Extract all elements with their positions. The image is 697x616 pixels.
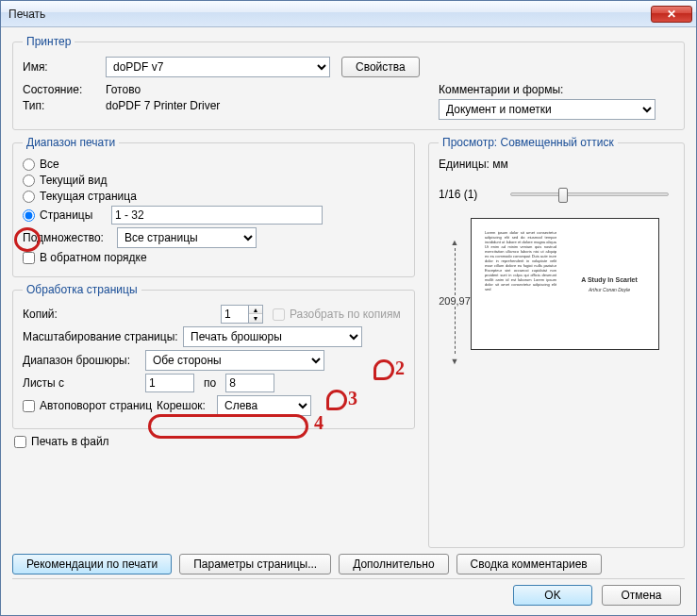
- range-all-label: Все: [40, 158, 59, 171]
- dialog-content: Принтер Имя: doPDF v7 Свойства Состояние…: [1, 27, 696, 615]
- range-legend: Диапазон печати: [23, 136, 119, 149]
- comments-select[interactable]: Документ и пометки: [439, 99, 656, 120]
- properties-button[interactable]: Свойства: [341, 57, 420, 77]
- chevron-up-icon[interactable]: ▲: [249, 306, 262, 314]
- zoom-slider[interactable]: [510, 192, 669, 196]
- close-icon: ✕: [667, 8, 676, 21]
- handling-legend: Обработка страницы: [23, 283, 141, 296]
- subset-label: Подмножество:: [23, 231, 117, 244]
- print-range-group: Диапазон печати Все Текущий вид Текущая …: [12, 136, 415, 277]
- preview-left-page: Lorem ipsum dolor sit amet consectetur a…: [479, 226, 562, 343]
- collate-checkbox: [273, 308, 285, 321]
- print-to-file-label: Печать в файл: [31, 435, 109, 448]
- page-setup-button[interactable]: Параметры страницы...: [179, 554, 331, 574]
- booklet-range-label: Диапазон брошюры:: [23, 354, 145, 367]
- state-value: Готово: [106, 83, 141, 96]
- autorotate-label: Автоповорот страниц: [40, 399, 157, 412]
- binding-select[interactable]: Слева: [217, 395, 311, 416]
- range-all-radio[interactable]: [23, 158, 35, 171]
- range-pages-label: Страницы: [40, 208, 111, 222]
- height-value: 209,97: [433, 295, 476, 307]
- titlebar: Печать ✕: [1, 1, 696, 27]
- printer-name-label: Имя:: [23, 60, 106, 74]
- type-label: Тип:: [23, 99, 106, 112]
- page-handling-group: Обработка страницы Копий: ▲▼ Разобрать п…: [12, 283, 415, 429]
- close-button[interactable]: ✕: [651, 6, 692, 23]
- preview-title: A Study In Scarlet: [581, 277, 638, 282]
- window-title: Печать: [8, 8, 651, 21]
- copies-label: Копий:: [23, 308, 221, 321]
- autorotate-checkbox[interactable]: [23, 400, 35, 412]
- units-label: Единицы: мм: [439, 158, 508, 171]
- preview-area: 297,01 209,97 Lorem ipsum dolor sit amet…: [439, 218, 674, 388]
- slider-thumb[interactable]: [558, 188, 568, 203]
- sheets-label: Листы с: [23, 376, 145, 390]
- range-page-label: Текущая страница: [40, 190, 137, 203]
- range-view-label: Текущий вид: [40, 174, 107, 187]
- sheets-to-label: по: [194, 376, 225, 390]
- dim-height: 209,97: [439, 235, 471, 367]
- reverse-checkbox[interactable]: [23, 252, 35, 264]
- copies-spinner[interactable]: ▲▼: [221, 305, 263, 324]
- ok-button[interactable]: OK: [513, 585, 592, 606]
- printer-group: Принтер Имя: doPDF v7 Свойства Состояние…: [12, 35, 685, 130]
- print-tips-button[interactable]: Рекомендации по печати: [12, 554, 172, 574]
- print-dialog: Печать ✕ Принтер Имя: doPDF v7 Свойства …: [0, 0, 697, 616]
- arrow-up-icon: [451, 235, 459, 248]
- comments-label: Комментарии и формы:: [439, 83, 563, 96]
- preview-legend: Просмотр: Совмещенный оттиск: [439, 136, 618, 149]
- range-view-radio[interactable]: [23, 175, 35, 187]
- range-pages-radio[interactable]: [23, 209, 35, 222]
- collate-label: Разобрать по копиям: [290, 308, 401, 321]
- spin-buttons[interactable]: ▲▼: [249, 305, 263, 324]
- type-value: doPDF 7 Printer Driver: [106, 99, 220, 112]
- copies-input[interactable]: [221, 305, 249, 324]
- scaling-label: Масштабирование страницы:: [23, 330, 183, 343]
- cancel-button[interactable]: Отмена: [602, 585, 681, 606]
- chevron-down-icon[interactable]: ▼: [249, 314, 262, 323]
- print-to-file-checkbox[interactable]: [14, 436, 26, 448]
- reverse-label: В обратном порядке: [40, 251, 147, 264]
- comments-summary-button[interactable]: Сводка комментариев: [456, 554, 602, 574]
- range-page-radio[interactable]: [23, 191, 35, 203]
- pages-input[interactable]: [111, 206, 323, 225]
- printer-name-select[interactable]: doPDF v7: [106, 57, 330, 77]
- binding-label: Корешок:: [157, 399, 217, 412]
- state-label: Состояние:: [23, 83, 106, 96]
- sheets-to-input[interactable]: [225, 374, 274, 392]
- preview-page: Lorem ipsum dolor sit amet consectetur a…: [471, 218, 659, 350]
- preview-author: Arthur Conan Doyle: [589, 288, 630, 292]
- zoom-label: 1/16 (1): [439, 188, 505, 201]
- sheets-from-input[interactable]: [145, 374, 194, 392]
- advanced-button[interactable]: Дополнительно: [339, 554, 448, 574]
- printer-legend: Принтер: [23, 35, 75, 48]
- preview-group: Просмотр: Совмещенный оттиск Единицы: мм…: [428, 136, 685, 548]
- scaling-select[interactable]: Печать брошюры: [183, 326, 362, 347]
- arrow-down-icon: [451, 354, 459, 367]
- booklet-range-select[interactable]: Обе стороны: [145, 350, 324, 371]
- preview-right-page: A Study In Scarlet Arthur Conan Doyle: [568, 226, 651, 343]
- subset-select[interactable]: Все страницы: [117, 227, 257, 248]
